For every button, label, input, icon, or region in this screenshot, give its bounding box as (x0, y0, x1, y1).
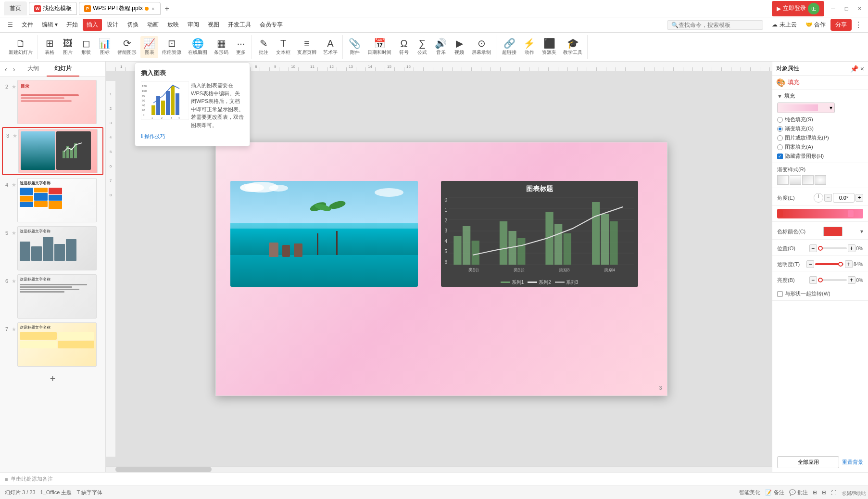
video-tool[interactable]: ▶ 视频 (451, 36, 468, 58)
transparency-slider[interactable] (815, 263, 844, 265)
menu-transition[interactable]: 切换 (123, 19, 142, 31)
header-footer-tool[interactable]: ≡ 页眉页脚 (294, 36, 319, 58)
tab-close-icon[interactable]: × (151, 6, 155, 12)
comments-btn[interactable]: 💬 批注 (789, 489, 808, 496)
slide-item-7[interactable]: 7 ★ 这是标题文字名称 (2, 321, 103, 368)
slide-canvas[interactable]: 图表标题 6543210 (215, 142, 667, 396)
share-button[interactable]: 分享 (830, 19, 852, 31)
transparency-plus[interactable]: + (845, 260, 853, 268)
position-plus[interactable]: + (848, 244, 855, 252)
fill-gradient-option[interactable]: 渐变填充(G) (777, 125, 863, 132)
menu-animation[interactable]: 动画 (143, 19, 163, 31)
smart-art-tool[interactable]: ⟳ 智能图形 (114, 36, 139, 58)
view-full-icon[interactable]: ⛶ (831, 490, 836, 496)
nav-arrow-right[interactable]: › (10, 64, 18, 74)
menu-file[interactable]: ☰ (4, 20, 17, 30)
image-tool[interactable]: 🖼 图片 (59, 36, 76, 58)
angle-minus[interactable]: − (824, 194, 832, 202)
view-normal-icon[interactable]: ⊞ (813, 489, 817, 496)
close-window-button[interactable]: × (855, 4, 864, 13)
slide-item-4[interactable]: 4 ★ 这是标题文字名称 (2, 177, 103, 223)
gradient-btn-3[interactable] (802, 175, 814, 185)
angle-input[interactable] (833, 193, 855, 203)
online-img-tool[interactable]: 🌐 在线脑图 (185, 36, 210, 58)
color-swatch[interactable] (823, 227, 843, 236)
hyperlink-tool[interactable]: 🔗 超链接 (499, 36, 519, 58)
menu-dev[interactable]: 开发工具 (224, 19, 255, 31)
tab-file[interactable]: P WPS PPT教程.pptx × (79, 2, 161, 15)
gradient-color-bar[interactable] (777, 209, 863, 218)
shape-tool[interactable]: ◻ 形状 (77, 36, 95, 58)
symbol-tool[interactable]: Ω 符号 (395, 36, 413, 58)
cooperate-btn[interactable]: 🤝 合作 (802, 19, 830, 31)
transparency-minus[interactable]: − (806, 260, 814, 268)
gradient-btn-1[interactable] (777, 175, 789, 185)
fill-pattern-option[interactable]: 图案填充(A) (777, 143, 863, 151)
action-tool[interactable]: ⚡ 动作 (520, 36, 538, 58)
fill-texture-option[interactable]: 图片或纹理填充(P) (777, 134, 863, 141)
slide-item-2[interactable]: 2 ★ 目录 (2, 79, 103, 125)
gradient-btn-2[interactable] (790, 175, 801, 185)
menu-file-label[interactable]: 文件 (18, 19, 37, 31)
qr-tool[interactable]: ▦ 条形码 (211, 36, 231, 58)
more-tool[interactable]: ··· 更多 (232, 36, 250, 58)
full-apply-button[interactable]: 全部应用 (777, 456, 839, 468)
view-grid-icon[interactable]: ⊟ (822, 489, 826, 496)
minimize-button[interactable]: ─ (828, 4, 838, 13)
menu-review[interactable]: 审阅 (184, 19, 203, 31)
scrollbar-horizontal[interactable] (106, 466, 772, 472)
formula-tool[interactable]: ∑ 公式 (414, 36, 431, 58)
menu-design[interactable]: 设计 (103, 19, 122, 31)
textbox-tool[interactable]: T 文本框 (273, 36, 293, 58)
panel-pin-icon[interactable]: 📌 (850, 65, 858, 73)
cloud-save[interactable]: ☁ 未上云 (768, 19, 800, 31)
gradient-btn-4[interactable] (815, 175, 826, 185)
gradient-marker-right[interactable] (848, 210, 854, 217)
rotate-checkbox-row[interactable]: 与形状一起旋转(W) (777, 290, 863, 297)
fill-hide-option[interactable]: ✓ 隐藏背景图形(H) (777, 153, 863, 160)
tooltip-link[interactable]: ℹ 操作技巧 (141, 133, 244, 140)
teach-tool[interactable]: 🎓 教学工具 (560, 36, 585, 58)
template-tool[interactable]: ⊡ 疙疙资源 (159, 36, 184, 58)
chart-icon-tool[interactable]: 📊 图标 (96, 36, 113, 58)
datetime-tool[interactable]: 📅 日期和时间 (365, 36, 394, 58)
angle-circle[interactable] (814, 193, 823, 203)
more-options-icon[interactable]: ⋮ (853, 20, 864, 29)
brightness-slider[interactable] (818, 279, 847, 281)
menu-view[interactable]: 视图 (204, 19, 223, 31)
gradient-marker-left[interactable] (777, 210, 783, 217)
menu-slideshow[interactable]: 放映 (164, 19, 183, 31)
maximize-button[interactable]: □ (842, 4, 851, 13)
notes-bar[interactable]: ≡ 单击此处添加备注 (0, 472, 868, 486)
screen-record-tool[interactable]: ⊙ 屏幕录制 (469, 36, 494, 58)
add-slide-button[interactable]: + (46, 371, 60, 386)
tab-home[interactable]: 首页 (4, 1, 27, 15)
tab-wps[interactable]: W 找疙疙模板 (29, 2, 77, 15)
slide-item-3[interactable]: 3 ★ (2, 127, 103, 175)
menu-search-box[interactable]: 🔍 (667, 20, 763, 30)
panel-close-icon[interactable]: × (860, 65, 864, 73)
menu-edit[interactable]: 编辑 ▾ (38, 19, 62, 31)
slide-item-6[interactable]: 6 ★ 这是标题文字名称 (2, 273, 103, 320)
fill-solid-option[interactable]: 纯色填充(S) (777, 116, 863, 123)
search-input[interactable] (679, 22, 755, 28)
color-dropdown-icon[interactable]: ▾ (860, 228, 863, 235)
annotation-tool[interactable]: ✎ 批注 (255, 36, 272, 58)
art-text-tool[interactable]: A 艺术字 (320, 36, 340, 58)
brightness-minus[interactable]: − (809, 276, 817, 284)
fill-color-selector[interactable]: ▾ (777, 102, 835, 113)
position-slider[interactable] (818, 247, 847, 249)
attachment-tool[interactable]: 📎 附件 (346, 36, 364, 58)
nav-arrow-left[interactable]: ‹ (2, 64, 10, 74)
add-tab-button[interactable]: + (163, 4, 171, 13)
panel-tab-slides[interactable]: 幻灯片 (47, 62, 79, 77)
slide-chart[interactable]: 图表标题 6543210 (441, 181, 638, 287)
angle-plus[interactable]: + (855, 194, 863, 202)
smart-optimize[interactable]: 智能美化 (739, 489, 760, 496)
reset-theme-button[interactable]: 重置背景 (842, 459, 863, 466)
slide-item-5[interactable]: 5 ★ 这是标题文字名称 (2, 225, 103, 271)
menu-vip[interactable]: 会员专享 (256, 19, 287, 31)
menu-insert[interactable]: 插入 (83, 19, 102, 31)
menu-home[interactable]: 开始 (63, 19, 82, 31)
panel-tab-outline[interactable]: 大纲 (20, 62, 47, 77)
